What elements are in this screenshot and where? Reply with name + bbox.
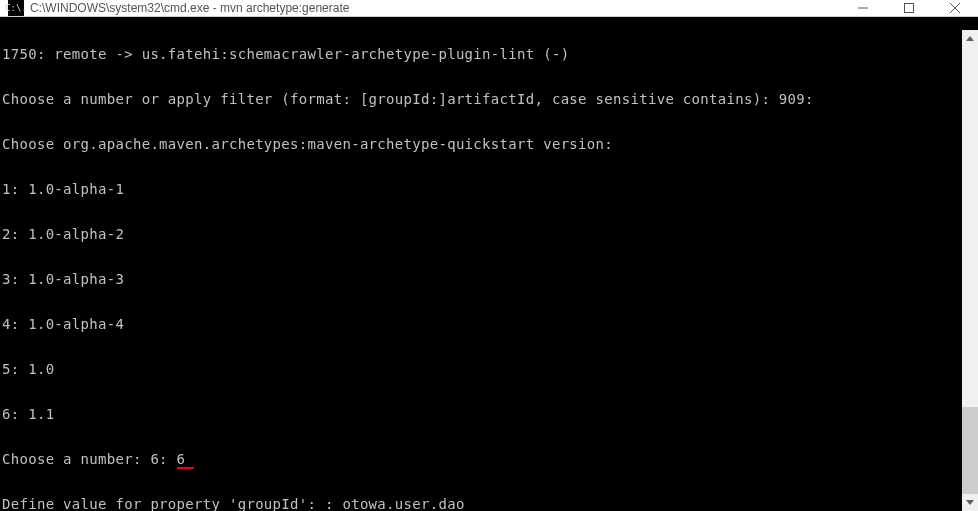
cmd-window: C:\. C:\WINDOWS\system32\cmd.exe - mvn a… [0,0,978,511]
terminal-area[interactable]: 1750: remote -> us.fatehi:schemacrawler-… [0,17,978,511]
window-title: C:\WINDOWS\system32\cmd.exe - mvn archet… [30,1,840,15]
output-line: 2: 1.0-alpha-2 [2,227,976,242]
output-line: 1750: remote -> us.fatehi:schemacrawler-… [2,47,976,62]
output-line: 6: 1.1 [2,407,976,422]
prompt-text: Choose a number: 6: [2,451,177,467]
scroll-thumb[interactable] [962,407,978,494]
prompt-line: Define value for property 'groupId': : o… [2,497,976,511]
output-line: 3: 1.0-alpha-3 [2,272,976,287]
output-line: 1: 1.0-alpha-1 [2,182,976,197]
svg-rect-1 [905,4,914,13]
output-line: Choose org.apache.maven.archetypes:maven… [2,137,976,152]
titlebar[interactable]: C:\. C:\WINDOWS\system32\cmd.exe - mvn a… [0,0,978,17]
user-input: otowa.user.dao [342,496,464,511]
cmd-icon: C:\. [8,0,24,16]
minimize-button[interactable] [840,0,886,16]
user-input: 6 [177,451,194,469]
output-line: Choose a number or apply filter (format:… [2,92,976,107]
scroll-track[interactable] [962,47,978,494]
prompt-text: Define value for property 'groupId': : [2,496,342,511]
scroll-up-button[interactable] [962,30,978,47]
window-controls [840,0,978,16]
maximize-button[interactable] [886,0,932,16]
scroll-down-button[interactable] [962,494,978,511]
close-button[interactable] [932,0,978,16]
svg-marker-5 [966,500,974,505]
cmd-icon-text: C:\. [5,4,27,13]
output-line: 5: 1.0 [2,362,976,377]
output-line: 4: 1.0-alpha-4 [2,317,976,332]
vertical-scrollbar[interactable] [962,30,978,511]
prompt-line: Choose a number: 6: 6 [2,452,976,467]
svg-marker-4 [966,36,974,41]
